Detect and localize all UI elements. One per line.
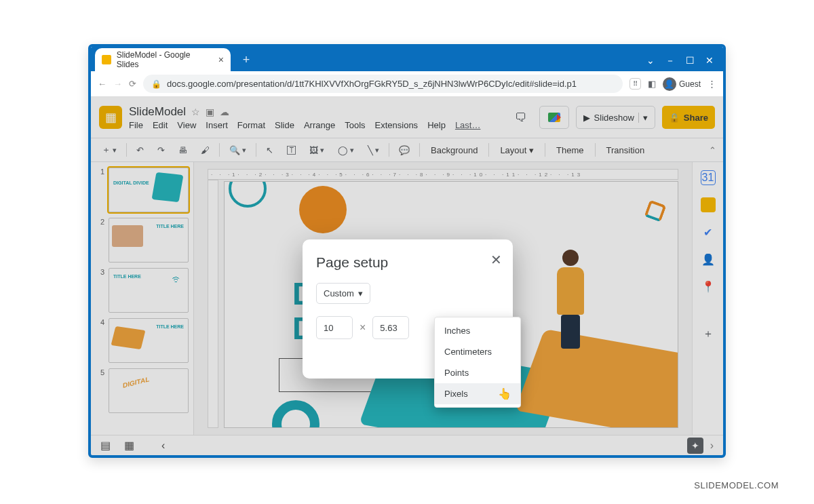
menu-view[interactable]: View bbox=[177, 120, 196, 130]
reload-icon[interactable]: ⟳ bbox=[129, 79, 136, 89]
new-tab-button[interactable]: + bbox=[237, 51, 255, 69]
chevron-down-icon[interactable]: ⌄ bbox=[646, 55, 655, 67]
lock-icon: 🔒 bbox=[151, 79, 161, 89]
unit-option-pixels[interactable]: Pixels bbox=[435, 383, 520, 404]
calendar-icon[interactable]: 31 bbox=[701, 170, 716, 185]
tasks-icon[interactable]: ✔ bbox=[701, 225, 716, 239]
tab-close-icon[interactable]: × bbox=[218, 54, 224, 65]
dialog-close-icon[interactable]: ✕ bbox=[490, 252, 502, 268]
slide-thumb-3[interactable]: TITLE HERE ᯤ bbox=[109, 268, 189, 313]
collapse-panel-icon[interactable]: ‹ bbox=[161, 440, 165, 452]
doc-title[interactable]: SlideModel bbox=[129, 105, 186, 119]
print-icon[interactable]: 🖶 bbox=[174, 142, 191, 158]
chevron-down-icon: ▾ bbox=[358, 288, 363, 298]
slide-thumb-4[interactable]: TITLE HERE bbox=[109, 318, 189, 363]
shape-icon[interactable]: ◯▾ bbox=[334, 142, 358, 158]
back-icon[interactable]: ← bbox=[98, 79, 106, 89]
forward-icon[interactable]: → bbox=[113, 79, 122, 89]
toolbar-theme[interactable]: Theme bbox=[551, 142, 589, 158]
collapse-toolbar-icon[interactable]: ⌃ bbox=[709, 145, 716, 155]
toolbar-background[interactable]: Background bbox=[425, 142, 483, 158]
slideshow-label: Slideshow bbox=[594, 113, 634, 123]
grid-view-icon[interactable]: ▦ bbox=[124, 439, 134, 452]
app-header: ▦ SlideModel ☆ ▣ ☁ File Edit View Insert… bbox=[91, 97, 723, 138]
titlebar: SlideModel - Google Slides × + ⌄ － ☐ ✕ bbox=[91, 47, 723, 71]
window-controls: ⌄ － ☐ ✕ bbox=[646, 55, 723, 71]
menu-slide[interactable]: Slide bbox=[275, 120, 294, 130]
menu-format[interactable]: Format bbox=[237, 120, 265, 130]
profile-chip[interactable]: 👤 Guest bbox=[663, 77, 701, 91]
unit-option-inches[interactable]: Inches bbox=[435, 320, 520, 341]
menu-help[interactable]: Help bbox=[427, 120, 446, 130]
height-input[interactable] bbox=[372, 316, 409, 339]
share-button[interactable]: 🔒 Share bbox=[662, 106, 715, 129]
thumb-number: 4 bbox=[95, 318, 104, 363]
toolbar-layout[interactable]: Layout ▾ bbox=[495, 142, 539, 158]
camera-icon bbox=[548, 113, 560, 122]
new-slide-button[interactable]: ＋▾ bbox=[98, 141, 121, 159]
menu-tools[interactable]: Tools bbox=[345, 120, 365, 130]
filmstrip-view-icon[interactable]: ▤ bbox=[100, 439, 111, 452]
contacts-icon[interactable]: 👤 bbox=[701, 252, 716, 267]
browser-menu-icon[interactable]: ⋮ bbox=[708, 79, 716, 89]
ruler-vertical bbox=[208, 180, 218, 428]
thumb-number: 1 bbox=[95, 168, 104, 212]
thumb-title: TITLE HERE bbox=[113, 274, 141, 279]
thumbnail-panel[interactable]: 1 DIGITAL DIVIDE 2 TITLE HERE 3 TITLE HE… bbox=[91, 162, 194, 435]
menu-file[interactable]: File bbox=[129, 120, 143, 130]
close-icon[interactable]: ✕ bbox=[705, 55, 714, 67]
meet-button[interactable] bbox=[539, 106, 569, 129]
line-icon[interactable]: ╲▾ bbox=[364, 142, 383, 158]
slide-thumb-1[interactable]: DIGITAL DIVIDE bbox=[109, 168, 189, 212]
maps-icon[interactable]: 📍 bbox=[701, 279, 716, 294]
slideshow-button[interactable]: ▶ Slideshow ▾ bbox=[576, 106, 655, 129]
dialog-title: Page setup bbox=[316, 254, 499, 271]
url-input[interactable]: 🔒 docs.google.com/presentation/d/1tt7KHl… bbox=[143, 75, 623, 93]
toolbar-transition[interactable]: Transition bbox=[601, 142, 651, 158]
keep-icon[interactable] bbox=[701, 197, 716, 212]
redo-icon[interactable]: ↷ bbox=[153, 142, 169, 158]
image-icon[interactable]: 🖼▾ bbox=[305, 142, 328, 158]
unit-option-centimeters[interactable]: Centimeters bbox=[435, 341, 520, 362]
guest-label: Guest bbox=[679, 79, 701, 89]
comment-add-icon[interactable]: 💬 bbox=[395, 142, 414, 158]
share-label: Share bbox=[684, 113, 708, 123]
star-icon[interactable]: ☆ bbox=[191, 106, 200, 117]
units-dropdown[interactable]: Inches Centimeters Points Pixels bbox=[434, 317, 521, 408]
decor-circle-icon bbox=[299, 186, 347, 233]
comments-icon[interactable]: 🗨 bbox=[509, 106, 532, 129]
menu-bar: File Edit View Insert Format Slide Arran… bbox=[129, 120, 480, 130]
addons-plus-icon[interactable]: ＋ bbox=[701, 326, 716, 341]
paint-format-icon[interactable]: 🖌 bbox=[197, 142, 214, 158]
lock-icon: 🔒 bbox=[669, 113, 680, 123]
footer-bar: ▤ ▦ ‹ ✦ › bbox=[91, 435, 723, 455]
chevron-down-icon[interactable]: ▾ bbox=[638, 113, 648, 123]
menu-edit[interactable]: Edit bbox=[153, 120, 168, 130]
maximize-icon[interactable]: ☐ bbox=[686, 55, 695, 67]
menu-insert[interactable]: Insert bbox=[206, 120, 228, 130]
undo-icon[interactable]: ↶ bbox=[132, 142, 148, 158]
select-tool-icon[interactable]: ↖ bbox=[262, 142, 277, 158]
browser-window: SlideModel - Google Slides × + ⌄ － ☐ ✕ ←… bbox=[88, 44, 726, 458]
thumb-number: 2 bbox=[95, 218, 104, 263]
textbox-icon[interactable]: 🅃 bbox=[283, 142, 300, 158]
width-input[interactable] bbox=[316, 316, 353, 339]
menu-extensions[interactable]: Extensions bbox=[375, 120, 419, 130]
extensions-icon[interactable]: ◧ bbox=[648, 79, 656, 89]
menu-last-edit[interactable]: Last… bbox=[455, 120, 481, 130]
slides-logo-icon[interactable]: ▦ bbox=[99, 106, 122, 129]
translate-icon[interactable]: ⠿ bbox=[629, 78, 641, 90]
thumb-number: 3 bbox=[95, 268, 104, 313]
slide-thumb-5[interactable]: DIGITAL bbox=[109, 368, 189, 413]
decor-ring-icon bbox=[229, 181, 267, 208]
browser-tab[interactable]: SlideModel - Google Slides × bbox=[95, 48, 231, 71]
menu-arrange[interactable]: Arrange bbox=[304, 120, 335, 130]
show-sidepanel-icon[interactable]: › bbox=[710, 440, 714, 452]
slide-thumb-2[interactable]: TITLE HERE bbox=[109, 218, 189, 263]
size-preset-dropdown[interactable]: Custom ▾ bbox=[316, 283, 370, 304]
minimize-icon[interactable]: － bbox=[665, 55, 675, 67]
explore-icon[interactable]: ✦ bbox=[687, 438, 703, 454]
zoom-icon[interactable]: 🔍▾ bbox=[225, 142, 250, 158]
move-icon[interactable]: ▣ bbox=[206, 106, 214, 117]
unit-option-points[interactable]: Points bbox=[435, 362, 520, 383]
